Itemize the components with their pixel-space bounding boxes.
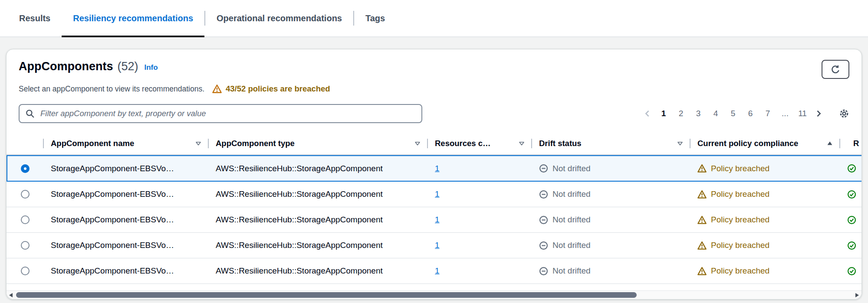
column-label: Current policy compliance bbox=[697, 139, 798, 148]
drift-status-cell: Not drifted bbox=[532, 258, 690, 283]
column-label: AppComponent name bbox=[51, 139, 134, 148]
policy-compliance-cell: Policy breached bbox=[690, 258, 840, 283]
previous-page-button[interactable] bbox=[641, 106, 654, 121]
selection-column-header bbox=[7, 133, 44, 154]
column-header-resources-count[interactable]: Resources c… bbox=[428, 133, 532, 154]
sort-ascending-icon[interactable] bbox=[822, 140, 833, 147]
horizontal-scrollbar[interactable] bbox=[7, 290, 861, 299]
table-header-row: AppComponent name AppComponent type Reso… bbox=[7, 133, 861, 155]
drift-status-cell: Not drifted bbox=[532, 182, 690, 207]
warning-icon bbox=[697, 267, 707, 276]
page-ellipsis: ... bbox=[777, 106, 793, 121]
resources-count-link[interactable]: 1 bbox=[435, 266, 440, 276]
tab-label: Tags bbox=[365, 13, 385, 23]
radio-button[interactable] bbox=[21, 267, 30, 275]
status-positive-icon bbox=[847, 190, 856, 199]
next-page-button[interactable] bbox=[812, 106, 825, 121]
status-positive-icon bbox=[847, 164, 856, 173]
appcomponent-type-cell: AWS::ResilienceHub::StorageAppComponent bbox=[209, 233, 428, 258]
not-drifted-icon bbox=[539, 241, 548, 250]
table-row[interactable]: StorageAppComponent-EBSVo… AWS::Resilien… bbox=[7, 207, 861, 233]
page-number[interactable]: 1 bbox=[656, 106, 671, 121]
pagination: 1 2 3 4 5 6 7 ... 11 bbox=[641, 106, 849, 121]
rto-status-cell bbox=[840, 156, 861, 181]
not-drifted-icon bbox=[539, 164, 548, 173]
column-header-appcomponent-type[interactable]: AppComponent type bbox=[209, 133, 428, 154]
tabs-bar: Results Resiliency recommendations Opera… bbox=[0, 0, 868, 37]
column-label: AppComponent type bbox=[216, 139, 295, 148]
filter-triangle-icon[interactable] bbox=[410, 140, 421, 147]
search-icon bbox=[25, 109, 35, 118]
panel-description: Select an appComponent to view its recom… bbox=[19, 85, 204, 94]
appcomponent-type-cell: AWS::ResilienceHub::StorageAppComponent bbox=[209, 258, 428, 283]
page-number[interactable]: 2 bbox=[673, 106, 689, 121]
not-drifted-icon bbox=[539, 190, 548, 199]
breach-warning: 43/52 policies are breached bbox=[212, 84, 330, 94]
column-header-appcomponent-name[interactable]: AppComponent name bbox=[44, 133, 209, 154]
tab-tags[interactable]: Tags bbox=[354, 0, 396, 36]
appcomponent-type-cell: AWS::ResilienceHub::StorageAppComponent bbox=[209, 182, 428, 207]
scrollbar-thumb[interactable] bbox=[16, 292, 637, 298]
column-label: Drift status bbox=[539, 139, 582, 148]
radio-button[interactable] bbox=[21, 215, 30, 224]
page-title: AppComponents bbox=[19, 60, 113, 73]
page-number[interactable]: 7 bbox=[760, 106, 776, 121]
filter-triangle-icon[interactable] bbox=[514, 140, 525, 147]
tab-results[interactable]: Results bbox=[8, 0, 62, 36]
column-label: Resources c… bbox=[435, 139, 491, 148]
warning-icon bbox=[212, 84, 222, 94]
tab-resiliency-recommendations[interactable]: Resiliency recommendations bbox=[62, 0, 204, 36]
info-link[interactable]: Info bbox=[145, 63, 158, 72]
warning-icon bbox=[697, 215, 707, 225]
resources-count-link[interactable]: 1 bbox=[435, 164, 440, 173]
column-header-current-policy-compliance[interactable]: Current policy compliance bbox=[690, 133, 840, 154]
appcomponent-name-cell: StorageAppComponent-EBSVo… bbox=[44, 156, 209, 181]
policy-compliance-cell: Policy breached bbox=[690, 156, 840, 181]
resources-count-link[interactable]: 1 bbox=[435, 215, 440, 225]
tab-label: Results bbox=[19, 13, 50, 23]
tab-label: Operational recommendations bbox=[217, 13, 342, 23]
appcomponent-type-cell: AWS::ResilienceHub::StorageAppComponent bbox=[209, 207, 428, 232]
table-scroll-area: AppComponent name AppComponent type Reso… bbox=[7, 133, 861, 284]
resources-count-link[interactable]: 1 bbox=[435, 189, 440, 199]
column-label: R bbox=[853, 139, 859, 148]
appcomponent-name-cell: StorageAppComponent-EBSVo… bbox=[44, 207, 209, 232]
appcomponent-name-cell: StorageAppComponent-EBSVo… bbox=[44, 182, 209, 207]
table-row[interactable]: StorageAppComponent-EBSVo… AWS::Resilien… bbox=[7, 182, 861, 207]
item-count: (52) bbox=[117, 60, 138, 73]
preferences-button[interactable] bbox=[839, 108, 849, 119]
appcomponent-name-cell: StorageAppComponent-EBSVo… bbox=[44, 233, 209, 258]
column-header-drift-status[interactable]: Drift status bbox=[532, 133, 690, 154]
refresh-button[interactable] bbox=[822, 60, 849, 79]
page-number[interactable]: 3 bbox=[690, 106, 706, 121]
column-header-truncated[interactable]: R bbox=[840, 133, 861, 154]
filter-triangle-icon[interactable] bbox=[191, 140, 202, 147]
radio-button[interactable] bbox=[21, 164, 30, 173]
tab-operational-recommendations[interactable]: Operational recommendations bbox=[205, 0, 353, 36]
filter-triangle-icon[interactable] bbox=[672, 140, 684, 147]
filter-input[interactable] bbox=[19, 104, 422, 123]
breach-warning-text: 43/52 policies are breached bbox=[226, 84, 330, 94]
rto-status-cell bbox=[840, 182, 861, 207]
appcomponents-panel: AppComponents (52) Info Select an appCom… bbox=[6, 49, 862, 300]
table-row[interactable]: StorageAppComponent-EBSVo… AWS::Resilien… bbox=[7, 155, 861, 182]
page-number[interactable]: 11 bbox=[795, 106, 810, 121]
radio-button[interactable] bbox=[21, 190, 30, 199]
radio-button[interactable] bbox=[21, 241, 30, 250]
resources-count-link[interactable]: 1 bbox=[435, 241, 440, 250]
policy-compliance-cell: Policy breached bbox=[690, 207, 840, 232]
appcomponent-type-cell: AWS::ResilienceHub::StorageAppComponent bbox=[209, 156, 428, 181]
appcomponents-table: AppComponent name AppComponent type Reso… bbox=[7, 133, 861, 284]
page-number[interactable]: 5 bbox=[725, 106, 741, 121]
page-number[interactable]: 4 bbox=[708, 106, 723, 121]
gear-icon bbox=[839, 108, 849, 119]
scroll-left-arrow[interactable] bbox=[9, 293, 13, 297]
table-row[interactable]: StorageAppComponent-EBSVo… AWS::Resilien… bbox=[7, 233, 861, 258]
page-number[interactable]: 6 bbox=[743, 106, 758, 121]
table-row[interactable]: StorageAppComponent-EBSVo… AWS::Resilien… bbox=[7, 258, 861, 284]
drift-status-cell: Not drifted bbox=[532, 207, 690, 232]
status-positive-icon bbox=[847, 215, 856, 225]
scroll-right-arrow[interactable] bbox=[855, 293, 859, 297]
warning-icon bbox=[697, 190, 707, 199]
tab-label: Resiliency recommendations bbox=[73, 13, 193, 23]
